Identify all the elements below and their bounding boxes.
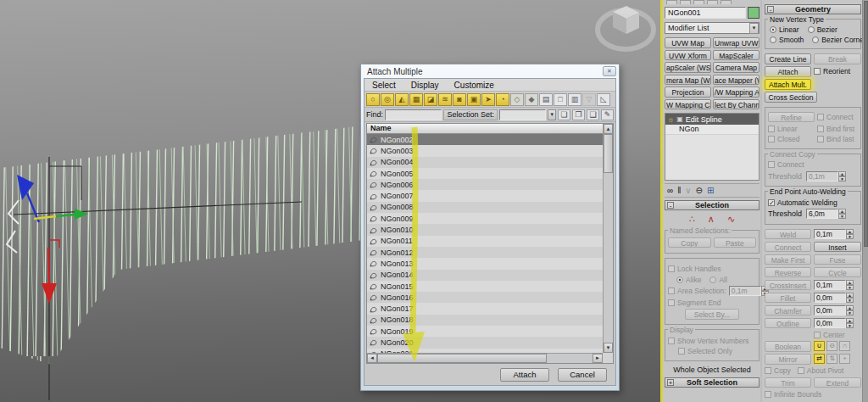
boolean-union-icon[interactable]: ∪	[814, 341, 825, 351]
make-first-button[interactable]: Make First	[765, 254, 811, 265]
extend-button[interactable]: Extend	[814, 377, 861, 388]
center-checkbox[interactable]	[814, 332, 821, 338]
modifier-button[interactable]: Unwrap UVW	[713, 37, 760, 48]
list-item[interactable]: NGon009	[367, 213, 603, 224]
fuse-button[interactable]: Fuse	[814, 254, 861, 265]
modifier-button[interactable]: UVW Xform	[665, 50, 711, 61]
configure-modifier-sets-icon[interactable]: ⊞	[707, 186, 714, 195]
tab-stub[interactable]	[721, 0, 732, 4]
subtract-from-named-set-icon[interactable]: ❐	[572, 109, 585, 120]
boolean-subtract-icon[interactable]: ⊖	[826, 341, 837, 351]
mirror-vertical-icon[interactable]: ⇅	[826, 354, 837, 364]
refine-connect-checkbox[interactable]	[817, 114, 824, 120]
list-item[interactable]: NGon013	[367, 258, 603, 269]
attach-button[interactable]: Attach	[500, 368, 549, 382]
bezier-corner-radio[interactable]	[812, 36, 819, 43]
reverse-button[interactable]: Reverse	[765, 267, 811, 278]
boolean-intersect-icon[interactable]: ∩	[839, 341, 850, 351]
cross-insert-button[interactable]: CrossInsert	[765, 280, 811, 291]
object-name-field[interactable]: NGon001	[665, 7, 746, 19]
list-item[interactable]: NGon018	[367, 315, 603, 326]
modifier-button[interactable]: W Mapping Cle	[665, 99, 711, 110]
panel-scrollbar[interactable]	[862, 0, 868, 402]
connect-copy-checkbox[interactable]	[768, 161, 775, 168]
modifier-list-dropdown-icon[interactable]: ▼	[749, 23, 759, 34]
selection-rollout-header[interactable]: - Selection	[665, 200, 760, 210]
linear-checkbox[interactable]	[768, 126, 775, 132]
bezier-radio[interactable]	[808, 26, 815, 33]
lock-handles-checkbox[interactable]	[668, 265, 675, 272]
remove-modifier-icon[interactable]: ⊖	[696, 186, 703, 195]
scroll-up-icon[interactable]: ▲	[604, 124, 613, 134]
filter-combo-icon[interactable]: ▽	[582, 93, 596, 106]
mirror-copy-checkbox[interactable]	[765, 367, 771, 374]
fillet-value[interactable]: 0,0m	[814, 293, 846, 303]
modifier-button[interactable]: ace Mapper (W	[713, 75, 760, 86]
fillet-spinner[interactable]: 0,0m ▲▼	[814, 293, 854, 303]
menu-select[interactable]: Select	[364, 81, 403, 90]
collapse-icon[interactable]: -	[767, 6, 774, 13]
display-geometry-icon[interactable]: ○	[366, 93, 380, 106]
expand-icon[interactable]: +	[667, 379, 674, 386]
connect-button[interactable]: Connect	[765, 242, 811, 253]
viewcube[interactable]	[598, 6, 654, 49]
list-item[interactable]: NGon006	[367, 179, 603, 190]
smooth-radio[interactable]	[770, 36, 776, 43]
cross-section-button[interactable]: Cross Section	[765, 92, 817, 103]
bind-last-checkbox[interactable]	[817, 136, 824, 142]
horizontal-scroll-thumb[interactable]	[377, 354, 547, 363]
cross-insert-value[interactable]: 0,1m	[814, 280, 846, 290]
tab-stub[interactable]	[666, 0, 677, 4]
modifier-button[interactable]: UVW Map	[665, 37, 711, 48]
all-radio[interactable]	[709, 276, 716, 283]
select-by-button[interactable]: Select By...	[685, 309, 739, 320]
attach-mult-button[interactable]: Attach Mult.	[765, 79, 811, 90]
bind-first-checkbox[interactable]	[817, 126, 824, 132]
modifier-button[interactable]: apScaler (WSM	[665, 62, 711, 73]
list-item[interactable]: NGon007	[367, 190, 603, 201]
outline-button[interactable]: Outline	[765, 318, 811, 329]
display-groups-icon[interactable]: ◙	[453, 93, 466, 106]
select-invert-icon[interactable]: ▥	[568, 93, 581, 106]
connect-copy-threshold-spinner[interactable]: 0,1m ▲▼	[806, 171, 846, 181]
linear-radio[interactable]	[770, 26, 776, 33]
vertical-scroll-thumb[interactable]	[604, 134, 613, 173]
cancel-button[interactable]: Cancel	[558, 368, 607, 382]
pin-stack-icon[interactable]: ∞	[667, 186, 673, 195]
object-color-swatch[interactable]	[748, 7, 760, 19]
stack-item-edit-spline[interactable]: ☼ ▣ Edit Spline	[665, 114, 759, 125]
show-end-result-icon[interactable]: ‖	[677, 186, 681, 195]
select-in-named-set-icon[interactable]: ❑	[587, 109, 599, 120]
list-item[interactable]: NGon004	[367, 157, 603, 168]
display-containers-icon[interactable]: ◔	[496, 93, 509, 106]
weld-button[interactable]: Weld	[765, 229, 811, 240]
vertical-scrollbar[interactable]: ▲ ▼	[603, 124, 613, 353]
axis-gizmo[interactable]	[7, 157, 302, 400]
copy-named-selection-button[interactable]: Copy	[668, 237, 711, 248]
weld-threshold-value[interactable]: 6,0m	[806, 209, 838, 219]
soft-selection-rollout-header[interactable]: + Soft Selection	[665, 377, 760, 388]
cycle-button[interactable]: Cycle	[814, 267, 861, 278]
modifier-button[interactable]: Projection	[665, 87, 711, 98]
modifier-button[interactable]: lect By Chann	[713, 99, 760, 110]
list-item[interactable]: NGon002	[367, 134, 603, 145]
refine-button[interactable]: Refine	[768, 112, 815, 123]
segment-end-checkbox[interactable]	[668, 299, 675, 306]
spinner-arrows-icon[interactable]: ▲▼	[846, 293, 854, 303]
mirror-button[interactable]: Mirror	[765, 354, 811, 365]
selection-set-label[interactable]: Selection Set:	[443, 109, 498, 120]
segment-subobject-icon[interactable]: ∧	[708, 214, 715, 225]
scroll-down-icon[interactable]: ▼	[604, 343, 613, 353]
selected-only-checkbox[interactable]	[678, 348, 685, 355]
connect-copy-threshold-value[interactable]: 0,1m	[806, 171, 838, 181]
list-item[interactable]: NGon011	[367, 236, 603, 247]
alike-radio[interactable]	[676, 276, 683, 283]
spinner-arrows-icon[interactable]: ▲▼	[838, 171, 846, 181]
horizontal-scrollbar[interactable]: ◄ ►	[367, 353, 603, 363]
tab-stub[interactable]	[707, 0, 718, 4]
name-column-header[interactable]: Name	[367, 124, 603, 134]
show-vertex-numbers-checkbox[interactable]	[668, 338, 675, 344]
spinner-arrows-icon[interactable]: ▲▼	[838, 209, 846, 219]
display-cameras-icon[interactable]: ▦	[409, 93, 423, 106]
chamfer-value[interactable]: 0,0m	[814, 305, 846, 315]
